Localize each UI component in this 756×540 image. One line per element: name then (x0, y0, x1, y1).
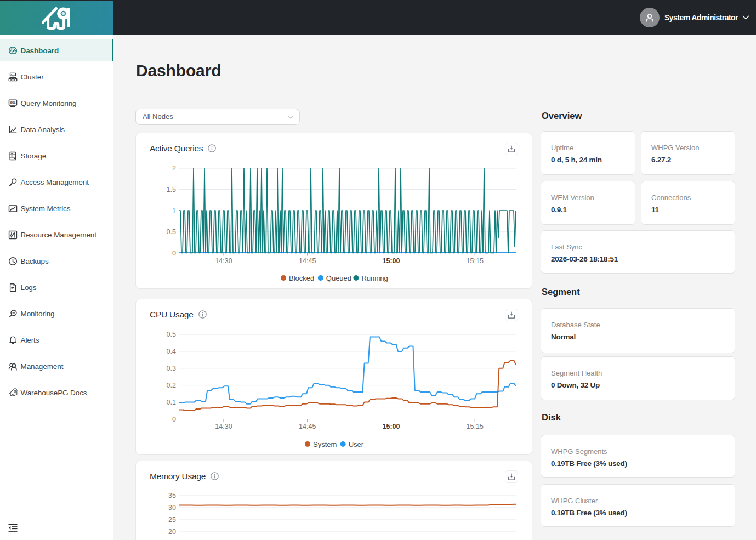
svg-text:14:45: 14:45 (299, 423, 316, 430)
svg-text:Queued: Queued (326, 274, 351, 282)
svg-text:0.2: 0.2 (167, 382, 176, 389)
svg-text:0.3: 0.3 (167, 365, 176, 372)
svg-text:Blocked: Blocked (289, 274, 314, 282)
svg-text:35: 35 (168, 492, 176, 499)
svg-text:30: 30 (168, 504, 176, 511)
svg-text:Running: Running (361, 274, 388, 282)
svg-text:System: System (313, 440, 337, 448)
svg-text:1.5: 1.5 (167, 186, 176, 194)
svg-text:20: 20 (168, 528, 176, 536)
svg-text:15:15: 15:15 (467, 423, 484, 430)
svg-text:15:15: 15:15 (467, 257, 484, 265)
svg-text:SQL: SQL (10, 101, 16, 104)
svg-text:14:30: 14:30 (215, 423, 232, 430)
svg-text:0.4: 0.4 (167, 348, 176, 355)
svg-text:1: 1 (172, 207, 176, 215)
svg-text:2: 2 (172, 164, 176, 172)
svg-text:15:00: 15:00 (383, 257, 400, 265)
svg-text:25: 25 (168, 516, 176, 524)
svg-text:15:00: 15:00 (383, 423, 400, 430)
svg-text:0.1: 0.1 (167, 399, 176, 406)
svg-text:0.5: 0.5 (167, 228, 176, 236)
svg-text:0.5: 0.5 (167, 331, 176, 338)
svg-text:14:30: 14:30 (215, 257, 232, 265)
svg-text:0: 0 (172, 249, 176, 257)
svg-text:0: 0 (172, 416, 176, 423)
svg-text:User: User (349, 440, 364, 448)
svg-text:14:45: 14:45 (299, 257, 316, 265)
